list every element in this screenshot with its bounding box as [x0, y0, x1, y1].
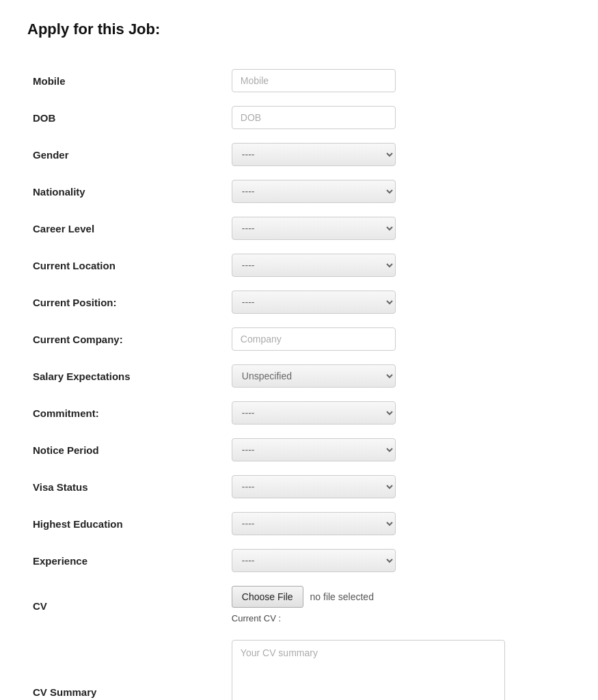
select-career-level[interactable]: ---- — [232, 217, 396, 240]
label-notice-period: Notice Period — [27, 431, 226, 468]
row-current-position: Current Position:---- — [27, 284, 571, 321]
select-notice-period[interactable]: ---- — [232, 438, 396, 461]
select-nationality[interactable]: ---- — [232, 180, 396, 203]
page-title: Apply for this Job: — [27, 21, 571, 38]
label-commitment: Commitment: — [27, 394, 226, 431]
label-current-position: Current Position: — [27, 284, 226, 321]
label-mobile: Mobile — [27, 62, 226, 99]
cv-summary-textarea[interactable] — [232, 640, 505, 700]
row-highest-education: Highest Education---- — [27, 505, 571, 542]
row-gender: Gender---- — [27, 136, 571, 173]
label-highest-education: Highest Education — [27, 505, 226, 542]
current-cv-text: Current CV : — [232, 610, 565, 626]
select-salary-expectations[interactable]: Unspecified — [232, 364, 396, 388]
select-commitment[interactable]: ---- — [232, 401, 396, 425]
input-cell-salary-expectations: Unspecified — [226, 358, 571, 394]
input-cell-mobile — [226, 62, 571, 99]
label-current-location: Current Location — [27, 247, 226, 284]
row-current-location: Current Location---- — [27, 247, 571, 284]
select-current-location[interactable]: ---- — [232, 254, 396, 277]
row-visa-status: Visa Status---- — [27, 468, 571, 505]
application-form: MobileDOBGender----Nationality----Career… — [27, 62, 571, 700]
select-experience[interactable]: ---- — [232, 549, 396, 572]
choose-file-button[interactable]: Choose File — [232, 586, 303, 608]
label-career-level: Career Level — [27, 210, 226, 247]
row-dob: DOB — [27, 99, 571, 136]
input-cell-nationality: ---- — [226, 173, 571, 210]
input-cell-current-company — [226, 321, 571, 358]
input-cell-career-level: ---- — [226, 210, 571, 247]
label-dob: DOB — [27, 99, 226, 136]
cv-label: CV — [27, 579, 226, 633]
row-salary-expectations: Salary ExpectationsUnspecified — [27, 358, 571, 394]
cv-summary-input-cell — [226, 633, 571, 700]
cv-file-section: Choose File no file selected Current CV … — [232, 586, 565, 626]
cv-summary-row: CV Summary — [27, 633, 571, 700]
select-current-position[interactable]: ---- — [232, 291, 396, 314]
input-current-company[interactable] — [232, 327, 396, 351]
input-cell-current-location: ---- — [226, 247, 571, 284]
no-file-text: no file selected — [310, 591, 374, 602]
input-cell-gender: ---- — [226, 136, 571, 173]
select-gender[interactable]: ---- — [232, 143, 396, 166]
input-mobile[interactable] — [232, 69, 396, 92]
page-container: Apply for this Job: MobileDOBGender----N… — [0, 0, 598, 700]
select-highest-education[interactable]: ---- — [232, 512, 396, 535]
input-cell-notice-period: ---- — [226, 431, 571, 468]
label-visa-status: Visa Status — [27, 468, 226, 505]
input-cell-highest-education: ---- — [226, 505, 571, 542]
input-cell-experience: ---- — [226, 542, 571, 579]
label-experience: Experience — [27, 542, 226, 579]
label-salary-expectations: Salary Expectations — [27, 358, 226, 394]
label-current-company: Current Company: — [27, 321, 226, 358]
input-cell-dob — [226, 99, 571, 136]
input-cell-commitment: ---- — [226, 394, 571, 431]
label-nationality: Nationality — [27, 173, 226, 210]
cv-row: CV Choose File no file selected Current … — [27, 579, 571, 633]
row-experience: Experience---- — [27, 542, 571, 579]
input-cell-visa-status: ---- — [226, 468, 571, 505]
row-notice-period: Notice Period---- — [27, 431, 571, 468]
row-nationality: Nationality---- — [27, 173, 571, 210]
label-gender: Gender — [27, 136, 226, 173]
row-career-level: Career Level---- — [27, 210, 571, 247]
cv-input-cell: Choose File no file selected Current CV … — [226, 579, 571, 633]
row-mobile: Mobile — [27, 62, 571, 99]
row-current-company: Current Company: — [27, 321, 571, 358]
row-commitment: Commitment:---- — [27, 394, 571, 431]
file-input-row: Choose File no file selected — [232, 586, 565, 608]
cv-summary-label: CV Summary — [27, 633, 226, 700]
input-dob[interactable] — [232, 106, 396, 129]
select-visa-status[interactable]: ---- — [232, 475, 396, 498]
input-cell-current-position: ---- — [226, 284, 571, 321]
